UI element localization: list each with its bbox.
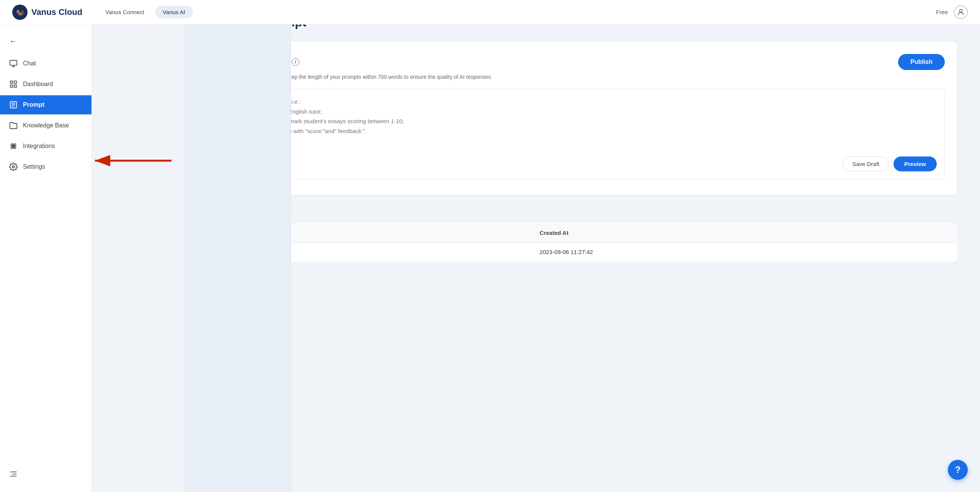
sidebar-item-prompt[interactable]: Prompt bbox=[0, 95, 91, 114]
svg-rect-7 bbox=[14, 85, 16, 87]
svg-rect-6 bbox=[10, 85, 13, 87]
draft-title: Prompt Draft bbox=[222, 207, 957, 217]
prompt-textarea[interactable] bbox=[242, 97, 937, 150]
plan-badge: Free bbox=[936, 9, 948, 15]
svg-point-2 bbox=[959, 9, 962, 12]
sidebar-back[interactable]: ← bbox=[0, 32, 91, 50]
nav-connect[interactable]: Vanus Connect bbox=[98, 6, 152, 18]
nav-ai[interactable]: Vanus AI bbox=[155, 6, 193, 18]
chat-icon bbox=[9, 59, 18, 68]
sidebar-item-label: Knowledge Base bbox=[23, 122, 69, 129]
settings-icon bbox=[9, 163, 18, 171]
sidebar-item-knowledge-base[interactable]: Knowledge Base bbox=[0, 116, 91, 135]
topnav-right: Free bbox=[936, 5, 968, 19]
sidebar-item-integrations[interactable]: Integrations bbox=[0, 137, 91, 156]
textarea-actions: Save Draft Preview bbox=[242, 156, 937, 171]
user-icon[interactable] bbox=[954, 5, 968, 19]
table-row: test_2 2023-09-06 11:27:42 bbox=[222, 243, 957, 262]
sidebar-bottom[interactable] bbox=[0, 465, 91, 468]
row-created-at: 2023-09-06 11:27:42 bbox=[531, 243, 957, 262]
svg-point-18 bbox=[12, 166, 15, 168]
sidebar-item-settings[interactable]: Settings bbox=[0, 157, 91, 176]
logo[interactable]: 🦦 Vanus Cloud bbox=[12, 5, 82, 20]
save-draft-button[interactable]: Save Draft bbox=[843, 156, 889, 171]
sidebar-item-label: Chat bbox=[23, 60, 36, 67]
sidebar-item-dashboard[interactable]: Dashboard bbox=[0, 75, 91, 94]
svg-rect-5 bbox=[14, 81, 16, 83]
middle-panel bbox=[184, 24, 291, 468]
logo-icon: 🦦 bbox=[12, 5, 28, 20]
knowledge-base-icon bbox=[9, 121, 18, 130]
preview-button[interactable]: Preview bbox=[893, 156, 937, 171]
basic-prompt-card: Basic Prompt i Publish It is recommended… bbox=[222, 42, 957, 195]
integrations-icon bbox=[9, 142, 18, 150]
topnav: 🦦 Vanus Cloud Vanus Connect Vanus AI Fre… bbox=[0, 0, 980, 24]
nav-links: Vanus Connect Vanus AI bbox=[98, 6, 193, 18]
col-created-at: Created At bbox=[531, 223, 957, 243]
sidebar-item-label: Integrations bbox=[23, 143, 55, 150]
publish-button[interactable]: Publish bbox=[898, 54, 945, 70]
info-icon[interactable]: i bbox=[292, 58, 299, 66]
sidebar-item-label: Settings bbox=[23, 163, 45, 170]
basic-prompt-description: It is recommended to keep the length of … bbox=[234, 73, 945, 81]
prompt-icon bbox=[9, 101, 18, 109]
arrow-annotation bbox=[91, 149, 175, 174]
draft-table: Prompt Title Created At test_2 2023-09-0… bbox=[222, 223, 957, 262]
sidebar-item-label: Prompt bbox=[23, 101, 44, 108]
back-arrow-icon: ← bbox=[9, 37, 17, 46]
prompt-draft-section: Prompt Draft Prompt Title Created At tes… bbox=[222, 207, 957, 262]
sidebar-item-label: Dashboard bbox=[23, 81, 53, 88]
logo-text: Vanus Cloud bbox=[31, 7, 82, 17]
svg-text:🦦: 🦦 bbox=[16, 8, 24, 16]
svg-rect-3 bbox=[10, 60, 17, 65]
sidebar: ← Chat Dashboard Prompt bbox=[0, 24, 92, 468]
dashboard-icon bbox=[9, 80, 18, 88]
svg-rect-4 bbox=[10, 81, 13, 83]
sidebar-item-chat[interactable]: Chat bbox=[0, 54, 91, 73]
prompt-textarea-wrap: Save Draft Preview bbox=[234, 89, 945, 179]
card-header: Basic Prompt i Publish bbox=[234, 54, 945, 70]
main-content: Create Prompt Basic Prompt i Publish It … bbox=[199, 0, 980, 468]
topnav-left: 🦦 Vanus Cloud Vanus Connect Vanus AI bbox=[12, 5, 193, 20]
